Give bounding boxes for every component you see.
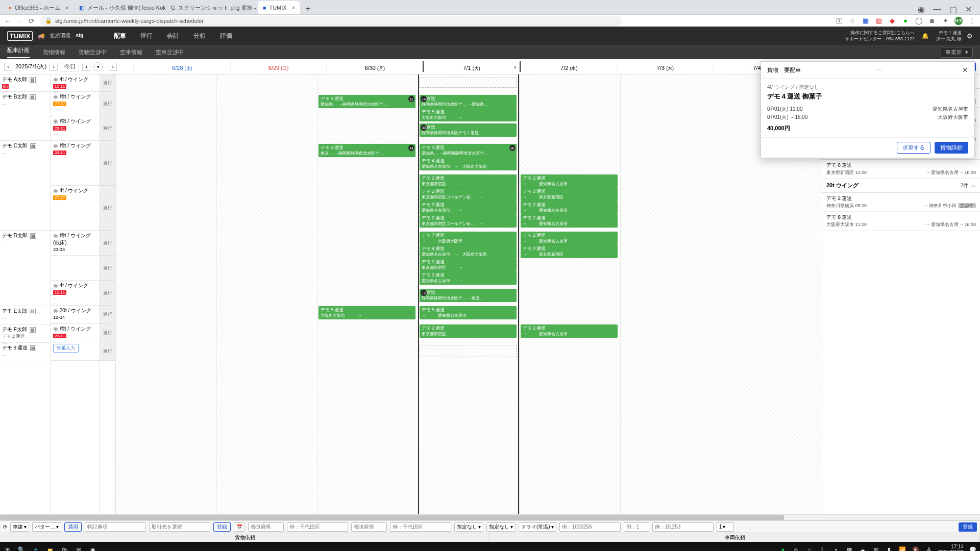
register-button-1[interactable]: 登録 — [213, 522, 231, 532]
check-icon[interactable]: ◉ — [53, 282, 58, 288]
cargo-detail-button[interactable]: 貨物詳細 — [935, 142, 968, 154]
more-icon[interactable]: ⋯ — [53, 107, 97, 114]
pref-input-2[interactable] — [351, 522, 387, 532]
cargo-block[interactable]: デモ２運送東京都新宿区 → — [420, 324, 517, 338]
add-button[interactable]: + — [82, 63, 90, 71]
note-input[interactable] — [85, 522, 146, 532]
more-icon[interactable]: ⋯ — [2, 151, 48, 157]
schedule-grid[interactable]: デモ３運送愛知県… →静岡県静岡市清水区デ…12２運送静岡県静岡市清水区デ… →… — [115, 74, 822, 514]
bluetooth-icon[interactable]: ᛒ — [819, 546, 827, 551]
tray-icon[interactable]: ⌂ — [805, 546, 814, 551]
new-tab-button[interactable]: + — [302, 3, 313, 14]
bottom-tab-vehicle[interactable]: 車両依頼 — [490, 533, 980, 542]
bell-icon[interactable]: 🔔 — [922, 33, 929, 39]
scrollbar-thumb[interactable] — [0, 515, 784, 520]
horizontal-scrollbar[interactable] — [0, 514, 980, 520]
scroll-right-button[interactable]: › — [109, 63, 117, 71]
wifi-icon[interactable]: 📶 — [898, 546, 906, 552]
cargo-block[interactable]: デモ４運送愛知県名古屋市 → 大阪府大阪市 — [420, 245, 517, 258]
subnav-cargo-info[interactable]: 貨物情報 — [43, 48, 65, 56]
more-icon[interactable]: ⋯ — [53, 201, 97, 208]
cargo-block[interactable]: ３運送静岡県静岡市清水区デ… →東京…12 — [420, 289, 517, 302]
clock[interactable]: 17:142021/08/22 — [938, 544, 964, 551]
more-icon[interactable]: ⋯ — [2, 316, 48, 322]
volume-icon[interactable]: 🔇 — [912, 546, 920, 552]
cargo-block[interactable]: デモ３運送→ 東京都新宿区 — [521, 188, 618, 201]
check-icon[interactable]: ◉ — [53, 187, 58, 193]
search-icon[interactable]: 🔍 — [17, 546, 26, 552]
tray-icon[interactable]: ☁ — [859, 546, 867, 552]
cargo-block[interactable]: デモ５運送大阪府大阪市 → — [318, 306, 415, 319]
record-icon[interactable]: ◉ — [918, 5, 925, 14]
num-input-1[interactable] — [559, 522, 621, 532]
next-day-button[interactable]: › — [50, 63, 58, 71]
date-column[interactable]: 6/28 (土) — [134, 61, 230, 72]
nav-operation[interactable]: 運行 — [140, 32, 153, 40]
ime-icon[interactable]: A — [925, 546, 933, 551]
select-3[interactable]: 指定なし ▾ — [454, 522, 483, 532]
more-icon[interactable]: ⋯ — [2, 102, 48, 108]
tray-icon[interactable]: ▥ — [872, 546, 880, 552]
tab-office365[interactable]: ●Office365 - ホーム× — [3, 1, 74, 14]
cargo-block[interactable]: デモ３運送愛知県… →静岡県静岡市清水区デ…30 — [420, 144, 517, 157]
check-icon[interactable]: ◉ — [53, 76, 58, 82]
explorer-icon[interactable]: ▅ — [46, 546, 54, 552]
gear-icon[interactable]: ⚙ — [967, 32, 973, 40]
more-icon[interactable]: ⋯ — [53, 296, 97, 303]
mail-icon[interactable]: ✉ — [75, 546, 83, 552]
tray-icon[interactable]: ▦ — [845, 546, 853, 552]
ext-icon[interactable]: ◯ — [915, 17, 923, 25]
cargo-list-item[interactable]: デモ６運送東京都新宿区 11:00→ 愛知県名古屋 ～16:00 — [822, 160, 980, 179]
cargo-list-item[interactable]: デモ８運送大阪府大阪市 11:00→ 愛知県名古屋 ～16:00 — [822, 212, 980, 231]
tab-tumix[interactable]: ■TUMIX× — [258, 1, 300, 14]
battery-icon[interactable]: ▮ — [885, 546, 893, 552]
pdf-icon[interactable]: ▥ — [875, 17, 883, 25]
close-icon[interactable]: × — [292, 5, 295, 11]
cargo-block[interactable]: デモ３運送→ 東京都新宿区 — [521, 245, 618, 258]
select-type[interactable]: 車建 ▾ — [10, 522, 29, 532]
star-icon[interactable]: ☆ — [848, 17, 856, 25]
cargo-block[interactable]: デモ２運送東京都新宿区ゴールデン街… → — [420, 188, 517, 201]
select-5[interactable]: ドライ(常温) ▾ — [519, 522, 556, 532]
nav-evaluation[interactable]: 評価 — [220, 32, 232, 40]
cargo-block[interactable]: デモ５運送大阪府大阪市 → — [420, 108, 517, 121]
more-icon[interactable]: ⋯ — [2, 353, 48, 359]
date-column[interactable]: 6/30 (月) — [326, 61, 423, 72]
empty-slot[interactable] — [420, 345, 517, 357]
nav-accounting[interactable]: 会計 — [167, 32, 179, 40]
cargo-block[interactable]: ３運送静岡県静岡市清水区デモ１運送…→30 — [420, 123, 517, 137]
notification-icon[interactable]: 💬 — [969, 546, 977, 552]
cargo-block[interactable]: ２運送静岡県静岡市清水区デ… →愛知県…14 — [420, 95, 517, 108]
cargo-list-item[interactable]: デモ２運送神奈川県横浜 05:00→ 神奈川県小田 交渉中 — [822, 193, 980, 212]
subnav-empty-nego[interactable]: 空車交渉中 — [156, 48, 184, 56]
more-icon[interactable]: ⋯ — [53, 132, 97, 138]
close-icon[interactable]: × — [65, 5, 68, 11]
start-icon[interactable]: ⊞ — [3, 546, 11, 552]
date-input[interactable]: 📅 — [234, 522, 245, 532]
cargo-block[interactable]: デモ３運送愛知県名古屋市 → — [420, 271, 517, 285]
menu-icon[interactable]: ⋮ — [968, 17, 976, 25]
date-column[interactable]: 6/29 (日) — [230, 61, 327, 72]
subnav-plan[interactable]: 配車計画 — [7, 46, 30, 58]
today-button[interactable]: 今日 — [61, 62, 79, 71]
close-icon[interactable]: ✕ — [962, 66, 968, 74]
camera-icon[interactable]: ◙ — [928, 17, 936, 25]
cargo-block[interactable]: デモ３運送愛知県… →静岡県静岡市清水区デ…12 — [318, 95, 415, 108]
check-icon[interactable]: ◉ — [53, 93, 58, 99]
cargo-block[interactable]: デモ３運送愛知県名古屋市 → — [420, 201, 517, 214]
subnav-cargo-nego[interactable]: 貨物交渉中 — [79, 48, 107, 56]
bottom-tab-cargo[interactable]: 貨物依頼 — [0, 533, 490, 542]
request-vehicle-button[interactable]: 求車する — [897, 142, 930, 154]
city-input-2[interactable] — [390, 522, 451, 532]
key-icon[interactable]: ⚿ — [835, 17, 843, 25]
date-column[interactable]: 7/1 (火)▾ — [423, 61, 521, 72]
submit-button[interactable]: 登録 — [959, 522, 977, 532]
check-icon[interactable]: ◉ — [53, 232, 58, 238]
forward-button[interactable]: → — [16, 17, 23, 25]
cargo-block[interactable]: デモ２運送→ 愛知県名古屋市 — [521, 214, 618, 228]
nav-analysis[interactable]: 分析 — [193, 32, 206, 40]
chrome-icon[interactable]: ◉ — [89, 546, 97, 552]
cargo-block[interactable]: デモ２運送東京都新宿区 → — [420, 174, 517, 188]
ext-icon[interactable]: ▦ — [862, 17, 870, 25]
empty-slot[interactable] — [420, 78, 517, 88]
